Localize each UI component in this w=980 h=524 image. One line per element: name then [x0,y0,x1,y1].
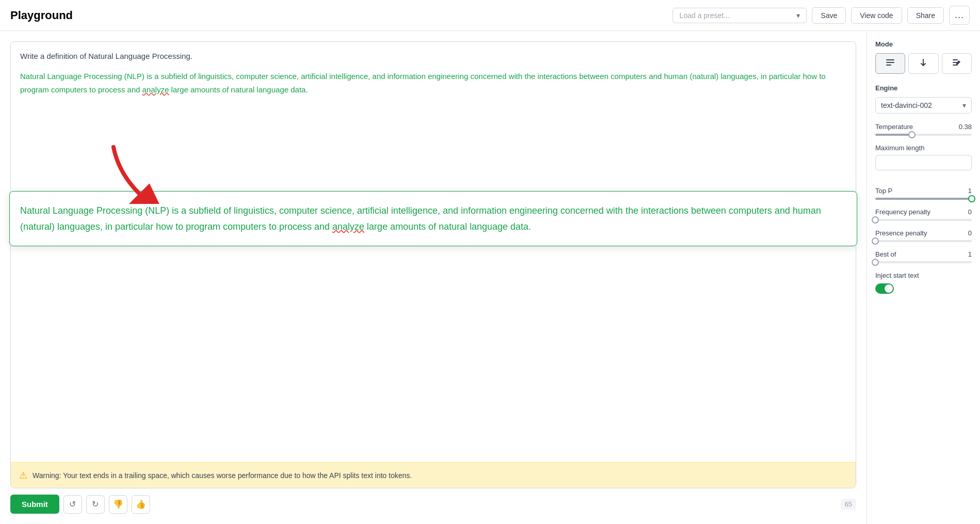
submit-button[interactable]: Submit [10,495,59,514]
svg-rect-1 [886,59,894,60]
frequency-penalty-label: Frequency penalty [875,208,930,216]
max-tokens-label: Maximum length [875,144,924,152]
editor-container[interactable]: Write a definition of Natural Language P… [10,41,856,488]
tooltip-analyze-word: analyze [332,221,364,232]
temperature-label: Temperature [875,123,913,131]
engine-label: Engine [875,84,972,92]
engine-chevron-icon [962,101,966,109]
frequency-penalty-slider[interactable] [875,219,972,221]
header-controls: Load a preset... Save View code Share ..… [673,6,970,25]
undo-icon: ↺ [69,499,76,509]
inject-start-label: Inject start text [875,272,972,279]
mode-insert-button[interactable] [908,53,938,74]
top-p-slider[interactable] [875,198,972,200]
more-button[interactable]: ... [949,6,970,25]
prompt-text: Write a definition of Natural Language P… [20,50,846,62]
max-tokens-row: Maximum length [875,144,972,179]
thumbup-button[interactable]: 👍 [132,495,150,514]
best-of-slider[interactable] [875,261,972,263]
presence-penalty-label: Presence penalty [875,229,927,237]
warning-icon: ⚠ [19,470,27,481]
edit-mode-icon [952,58,961,69]
right-panel: Mode [867,31,980,524]
mode-complete-button[interactable] [875,53,905,74]
bottom-toolbar: Submit ↺ ↻ 👎 👍 65 [10,488,856,514]
svg-rect-6 [953,65,958,66]
svg-rect-4 [953,59,958,60]
view-code-button[interactable]: View code [851,7,902,24]
presence-penalty-row: Presence penalty 0 [875,229,972,242]
mode-label: Mode [875,40,972,48]
thumbdown-button[interactable]: 👎 [109,495,127,514]
editor-content[interactable]: Write a definition of Natural Language P… [11,42,856,462]
engine-dropdown[interactable]: text-davinci-002 [875,97,972,114]
preset-dropdown[interactable]: Load a preset... [673,8,807,23]
svg-rect-2 [886,62,894,63]
engine-value: text-davinci-002 [881,101,932,109]
best-of-row: Best of 1 [875,250,972,263]
mode-edit-button[interactable] [942,53,972,74]
header: Playground Load a preset... Save View co… [0,0,980,31]
thumbup-icon: 👍 [136,499,146,509]
warning-bar: ⚠ Warning: Your text ends in a trailing … [11,462,856,488]
thumbdown-icon: 👎 [113,499,123,509]
response-text: Natural Language Processing (NLP) is a s… [20,70,846,96]
temperature-value: 0.38 [959,123,972,131]
redo-button[interactable]: ↻ [86,495,105,514]
max-tokens-input[interactable] [875,155,972,170]
share-button[interactable]: Share [907,7,944,24]
mode-buttons [875,53,972,74]
token-count: 65 [841,499,856,510]
main-layout: Write a definition of Natural Language P… [0,31,980,524]
preset-placeholder: Load a preset... [679,11,729,20]
analyze-word: analyze [142,85,169,94]
top-p-row: Top P 1 [875,187,972,200]
best-of-value: 1 [968,250,972,258]
best-of-label: Best of [875,250,896,258]
temperature-slider[interactable] [875,134,972,136]
inject-start-toggle[interactable] [875,283,894,294]
left-panel: Write a definition of Natural Language P… [0,31,867,524]
warning-text: Warning: Your text ends in a trailing sp… [32,471,412,480]
temperature-row: Temperature 0.38 [875,123,972,136]
save-button[interactable]: Save [812,7,846,24]
frequency-penalty-value: 0 [968,208,972,216]
top-p-value: 1 [968,187,972,195]
svg-rect-3 [886,65,891,66]
redo-icon: ↻ [92,499,99,509]
insert-mode-icon [919,58,928,69]
complete-mode-icon [886,58,895,69]
frequency-penalty-row: Frequency penalty 0 [875,208,972,221]
top-p-label: Top P [875,187,892,195]
page-title: Playground [10,9,673,22]
tooltip-popup: Natural Language Processing (NLP) is a s… [9,191,857,246]
undo-button[interactable]: ↺ [63,495,82,514]
presence-penalty-value: 0 [968,229,972,237]
toggle-thumb [885,284,893,293]
presence-penalty-slider[interactable] [875,240,972,242]
chevron-down-icon [796,11,800,20]
